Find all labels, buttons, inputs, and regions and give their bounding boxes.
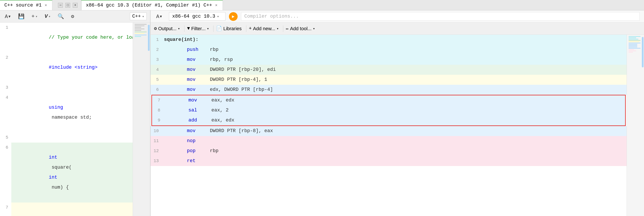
- left-window-controls: ─ □ ×: [54, 0, 81, 10]
- asm-num-11: 11: [150, 136, 162, 146]
- asm-op-10: DWORD PTR [rbp-8], eax: [196, 126, 273, 136]
- kw-int-6: int: [49, 155, 57, 160]
- addnew-arrow[interactable]: ▾: [276, 26, 279, 31]
- right-font-label: A▾: [156, 13, 162, 20]
- compile-button[interactable]: ▶: [229, 12, 238, 21]
- addtool-arrow[interactable]: ▾: [313, 26, 315, 31]
- tab-asm-close[interactable]: ×: [214, 3, 218, 8]
- asm-instr-12: pop: [164, 146, 196, 156]
- save-btn[interactable]: 💾: [17, 12, 26, 20]
- output-arrow[interactable]: ▾: [178, 26, 180, 31]
- rm-l4: [628, 40, 640, 41]
- filter-arrow[interactable]: ▾: [207, 26, 209, 31]
- search-btn[interactable]: 🔍: [56, 12, 66, 20]
- source-line-5: 5: [0, 132, 133, 142]
- vim-icon: V: [44, 14, 48, 19]
- libraries-label[interactable]: Libraries: [223, 26, 242, 32]
- language-chevron: ▾: [142, 14, 144, 19]
- right-vscrollbar-thumb[interactable]: [642, 37, 644, 67]
- line-num-2: 2: [0, 52, 11, 82]
- ns-std: namespace std;: [49, 115, 92, 120]
- left-panel: A▾ 💾 + ▾ V ▾ 🔍 ⚙ C++ ▾: [0, 10, 150, 216]
- asm-line-2: 2 push rbp: [150, 45, 626, 55]
- tab-cpp-source[interactable]: C++ source #1 ×: [0, 0, 52, 10]
- compiler-options-input[interactable]: Compiler options...: [241, 12, 640, 21]
- rm-l5: [628, 41, 640, 42]
- line-content-3: [11, 82, 133, 92]
- rm-l1: [628, 36, 640, 37]
- rm-l9: [628, 46, 637, 47]
- right-toolbar: ⚙ Output... ▾ ▼ Filter... ▾ 📄 Libraries …: [150, 22, 644, 35]
- asm-instr-9: add: [166, 116, 197, 126]
- asm-num-10: 10: [150, 126, 162, 136]
- add-chevron: ▾: [36, 14, 38, 19]
- left-close-btn[interactable]: ×: [73, 3, 78, 8]
- source-line-3: 3: [0, 82, 133, 92]
- line-num-3: 3: [0, 82, 11, 92]
- line-content-5: [11, 132, 133, 142]
- kw-using: using: [49, 105, 63, 110]
- addtool-icon: ✏: [286, 26, 289, 32]
- line-content-1: // Type your code here, or load an examp…: [11, 22, 133, 52]
- asm-content-4: mov DWORD PTR [rbp-20], edi: [162, 65, 626, 75]
- asm-instr-5: mov: [164, 75, 196, 85]
- minimap-line-5: [135, 30, 141, 31]
- asm-line-7: 7 mov eax, edx: [152, 96, 625, 106]
- filter-icon: ▼: [187, 26, 190, 31]
- tab-cpp-source-close[interactable]: ×: [44, 3, 48, 8]
- pp-2: #include <string>: [49, 65, 97, 70]
- asm-line-9: 9 add eax, edx: [152, 116, 625, 126]
- asm-content-7: mov eax, edx: [163, 96, 625, 106]
- source-line-4: 4 using namespace std;: [0, 92, 133, 132]
- tab-asm-output[interactable]: x86-64 gcc 10.3 (Editor #1, Compiler #1)…: [81, 0, 223, 10]
- asm-line-10: 10 mov DWORD PTR [rbp-8], eax: [150, 126, 626, 136]
- param-num: num) {: [49, 185, 69, 190]
- asm-line-4: 4 mov DWORD PTR [rbp-20], edi: [150, 65, 626, 75]
- left-maximize-btn[interactable]: □: [66, 3, 70, 8]
- asm-label-1: square(int):: [164, 35, 198, 45]
- tab-asm-output-label: x86-64 gcc 10.3 (Editor #1, Compiler #1)…: [86, 2, 212, 8]
- left-vscrollbar-thumb[interactable]: [148, 25, 150, 51]
- left-minimize-btn[interactable]: ─: [58, 3, 63, 8]
- asm-instr-13: ret: [164, 156, 196, 166]
- add-btn[interactable]: + ▾: [30, 12, 39, 20]
- asm-line-5: 5 mov DWORD PTR [rbp-4], 1: [150, 75, 626, 85]
- right-content-area: 1 square(int): 2 push rbp 3: [150, 35, 644, 216]
- addtool-label: Add tool...: [290, 26, 312, 32]
- asm-line-11: 11 nop: [150, 136, 626, 146]
- asm-op-3: rbp, rsp: [196, 55, 233, 65]
- language-dropdown[interactable]: C++ ▾: [130, 12, 146, 20]
- add-icon: +: [32, 14, 34, 19]
- line-content-2: #include <string>: [11, 52, 133, 82]
- indent-7: [49, 215, 60, 216]
- asm-content-6: mov edx, DWORD PTR [rbp-4]: [162, 85, 626, 95]
- font-size-label: A▾: [5, 13, 11, 20]
- rm-l7: [628, 44, 637, 45]
- asm-content-10: mov DWORD PTR [rbp-8], eax: [162, 126, 626, 136]
- code-editor[interactable]: 1 // Type your code here, or load an exa…: [0, 22, 133, 216]
- minimap-line-6: [135, 32, 146, 32]
- tab-cpp-source-label: C++ source #1: [4, 2, 42, 8]
- asm-num-7: 7: [152, 96, 163, 106]
- vim-btn[interactable]: V ▾: [43, 12, 52, 20]
- compiler-dropdown[interactable]: x86-64 gcc 10.3 ▾: [169, 12, 226, 21]
- asm-output[interactable]: 1 square(int): 2 push rbp 3: [150, 35, 626, 216]
- diff-btn[interactable]: ⚙: [70, 12, 75, 20]
- libraries-icon: 📄: [216, 26, 222, 32]
- asm-line-3: 3 mov rbp, rsp: [150, 55, 626, 65]
- source-line-7: 7 int a = 1;: [0, 202, 133, 216]
- rm-l2: [628, 38, 636, 38]
- line-content-4: using namespace std;: [11, 92, 133, 132]
- font-size-btn[interactable]: A▾: [4, 12, 12, 20]
- rm-l11: [628, 49, 634, 50]
- compiler-options-placeholder: Compiler options...: [244, 14, 299, 19]
- right-font-btn[interactable]: A▾: [155, 12, 164, 20]
- compiler-name: x86-64 gcc 10.3: [172, 14, 215, 19]
- asm-op-8: eax, 2: [197, 106, 228, 116]
- rm-l6: [628, 42, 640, 44]
- toolbar-divider-2: [213, 26, 214, 32]
- asm-num-4: 4: [150, 65, 162, 75]
- diff-icon: ⚙: [71, 13, 74, 20]
- asm-content-13: ret: [162, 156, 626, 166]
- rm-l12: [628, 50, 636, 51]
